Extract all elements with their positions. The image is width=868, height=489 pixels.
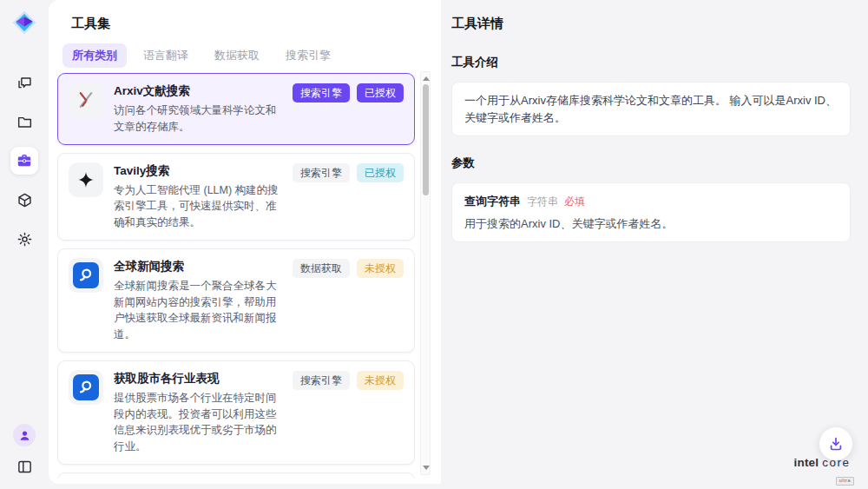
auth-status-badge: 已授权 xyxy=(357,83,404,102)
params-heading: 参数 xyxy=(451,155,851,171)
tool-name: 全球新闻搜索 xyxy=(114,259,282,274)
tool-list-title: 工具集 xyxy=(49,0,441,32)
category-badge: 数据获取 xyxy=(293,259,350,278)
sidebar-item-cube[interactable] xyxy=(10,186,38,214)
tool-name: Arxiv文献搜索 xyxy=(114,83,282,99)
tool-card[interactable]: Arxiv文献搜索访问各个研究领域大量科学论文和文章的存储库。搜索引擎已授权 xyxy=(57,73,415,145)
tool-badges: 搜索引擎已授权 xyxy=(293,83,404,135)
toolbox-icon xyxy=(16,152,33,169)
folder-icon xyxy=(16,114,33,130)
tool-name: Tavily搜索 xyxy=(114,163,282,179)
parameters-card: 查询字符串字符串必填用于搜索的Arxiv ID、关键字或作者姓名。 xyxy=(451,182,851,242)
brand-ultra-badge: ultra xyxy=(836,477,854,486)
details-title: 工具详情 xyxy=(451,16,851,32)
tool-list-panel: 工具集 所有类别语言翻译数据获取搜索引擎 Arxiv文献搜索访问各个研究领域大量… xyxy=(49,0,441,484)
tool-card[interactable]: 获取市场最活跃股票信息提供当天交易量最高的股票列表，投资者可以利用这些信息来识别… xyxy=(57,472,415,479)
parameter-item: 查询字符串字符串必填用于搜索的Arxiv ID、关键字或作者姓名。 xyxy=(464,193,838,232)
auth-status-badge: 未授权 xyxy=(357,259,404,278)
gear-icon xyxy=(16,231,33,248)
category-badge: 搜索引擎 xyxy=(293,163,350,182)
q-news-icon xyxy=(69,258,103,293)
cube-icon xyxy=(16,192,33,208)
tool-card[interactable]: Tavily搜索专为人工智能代理 (LLM) 构建的搜索引擎工具，可快速提供实时… xyxy=(57,153,415,241)
tab-category-0[interactable]: 所有类别 xyxy=(62,43,127,68)
tool-card-body: Arxiv文献搜索访问各个研究领域大量科学论文和文章的存储库。 xyxy=(114,83,282,135)
parameter-header: 查询字符串字符串必填 xyxy=(464,193,838,209)
tool-list: Arxiv文献搜索访问各个研究领域大量科学论文和文章的存储库。搜索引擎已授权Ta… xyxy=(57,73,415,479)
list-scrollbar[interactable] xyxy=(420,71,431,475)
sidebar-item-chat[interactable] xyxy=(10,69,38,96)
chat-icon xyxy=(16,75,33,91)
scroll-up-arrow-icon[interactable] xyxy=(423,76,430,81)
tool-card[interactable]: 获取股市各行业表现提供股票市场各个行业在特定时间段内的表现。投资者可以利用这些信… xyxy=(57,360,415,465)
tab-category-3[interactable]: 搜索引擎 xyxy=(276,43,340,68)
sidebar-item-gear[interactable] xyxy=(10,225,38,253)
user-avatar-icon xyxy=(18,429,31,442)
tavily-star-icon xyxy=(69,162,103,197)
sidebar xyxy=(0,0,49,489)
sidebar-item-folder[interactable] xyxy=(10,108,38,135)
intro-heading: 工具介绍 xyxy=(451,55,851,70)
tab-category-1[interactable]: 语言翻译 xyxy=(134,43,198,68)
tool-card[interactable]: 全球新闻搜索全球新闻搜索是一个聚合全球各大新闻网站内容的搜索引擎，帮助用户快速获… xyxy=(57,248,415,353)
tool-badges: 搜索引擎已授权 xyxy=(293,162,404,231)
tool-card-body: Tavily搜索专为人工智能代理 (LLM) 构建的搜索引擎工具，可快速提供实时… xyxy=(114,162,282,231)
tab-category-2[interactable]: 数据获取 xyxy=(205,43,269,68)
category-badge: 搜索引擎 xyxy=(293,83,350,102)
brand-intel: intel xyxy=(794,456,819,469)
tool-description: 全球新闻搜索是一个聚合全球各大新闻网站内容的搜索引擎，帮助用户快速获取全球最新资… xyxy=(114,278,282,343)
tool-card-body: 全球新闻搜索全球新闻搜索是一个聚合全球各大新闻网站内容的搜索引擎，帮助用户快速获… xyxy=(114,258,282,343)
brand-core: core xyxy=(822,456,850,469)
parameter-type: 字符串 xyxy=(527,195,558,208)
sidebar-item-toolbox[interactable] xyxy=(10,147,38,175)
app-logo gem-logo-icon[interactable] xyxy=(11,10,37,36)
category-tabs: 所有类别语言翻译数据获取搜索引擎 xyxy=(49,32,441,76)
tool-description: 专为人工智能代理 (LLM) 构建的搜索引擎工具，可快速提供实时、准确和真实的结… xyxy=(114,182,282,231)
sidebar-bottom xyxy=(0,424,49,480)
tool-details-panel: 工具详情 工具介绍 一个用于从Arxiv存储库搜索科学论文和文章的工具。 输入可… xyxy=(441,0,868,489)
q-news-icon xyxy=(69,370,103,405)
user-avatar[interactable] xyxy=(13,424,36,446)
scrollbar-thumb[interactable] xyxy=(423,84,429,195)
arxiv-icon xyxy=(69,83,103,117)
tool-card-body: 获取股市各行业表现提供股票市场各个行业在特定时间段内的表现。投资者可以利用这些信… xyxy=(114,370,282,455)
sidebar-item-layout-columns[interactable] xyxy=(10,453,38,480)
tool-description: 提供股票市场各个行业在特定时间段内的表现。投资者可以利用这些信息来识别表现优于或… xyxy=(114,390,282,455)
auth-status-badge: 未授权 xyxy=(357,371,404,390)
download-icon xyxy=(827,435,845,453)
parameter-required-label: 必填 xyxy=(564,195,585,208)
layout-columns-icon xyxy=(16,459,33,475)
tool-name: 获取股市各行业表现 xyxy=(114,371,282,387)
sidebar-nav xyxy=(10,69,38,253)
tool-description: 访问各个研究领域大量科学论文和文章的存储库。 xyxy=(114,102,282,135)
auth-status-badge: 已授权 xyxy=(357,163,404,182)
parameter-name: 查询字符串 xyxy=(464,195,521,208)
tool-badges: 搜索引擎未授权 xyxy=(293,370,404,455)
scroll-down-arrow-icon[interactable] xyxy=(423,466,430,470)
intel-core-ultra-logo: intel core ultra xyxy=(785,456,859,486)
tool-badges: 数据获取未授权 xyxy=(293,258,404,343)
tool-intro-text: 一个用于从Arxiv存储库搜索科学论文和文章的工具。 输入可以是Arxiv ID… xyxy=(451,82,851,136)
category-badge: 搜索引擎 xyxy=(293,371,350,390)
parameter-description: 用于搜索的Arxiv ID、关键字或作者姓名。 xyxy=(464,216,838,232)
